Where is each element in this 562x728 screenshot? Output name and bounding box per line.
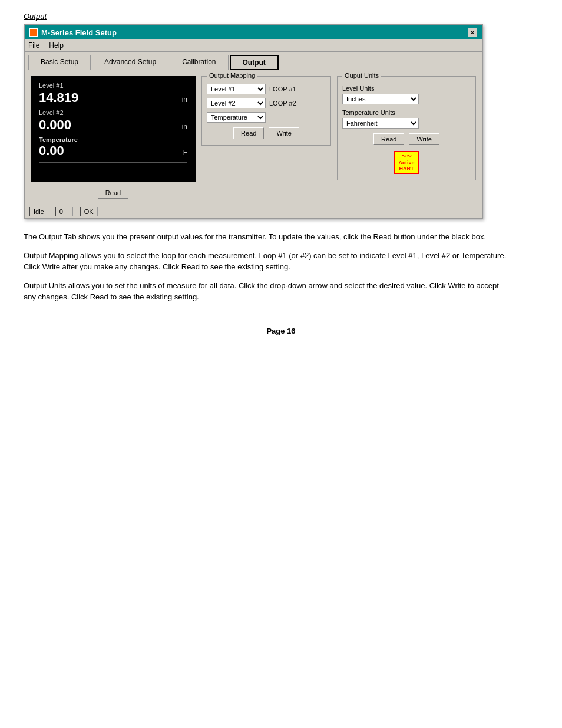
left-panel: Level #1 14.819 in Level #2 0.000 in Tem…	[31, 76, 196, 199]
title-bar-left: M-Series Field Setup	[29, 28, 117, 37]
level1-row: 14.819 in	[39, 90, 187, 106]
status-code: 0	[55, 207, 73, 216]
output-units-panel: Ouput Units Level Units Inches Feet Mete…	[337, 76, 476, 199]
units-write-button[interactable]: Write	[409, 133, 439, 145]
hart-label: Active	[398, 160, 414, 166]
read-btn-container: Read	[31, 187, 196, 199]
units-btn-row: Read Write	[342, 133, 471, 145]
section-label: Output	[24, 12, 538, 21]
measurement-read-button[interactable]: Read	[98, 187, 128, 199]
mapping-level2-select[interactable]: Level #2 Level #1 Temperature	[207, 98, 266, 108]
temp-units-select[interactable]: Fahrenheit Celsius	[342, 118, 419, 129]
temp-label: Temperature	[39, 136, 187, 143]
title-bar: M-Series Field Setup ×	[25, 25, 482, 39]
level2-unit: in	[182, 123, 187, 131]
menu-file[interactable]: File	[28, 41, 39, 50]
units-read-button[interactable]: Read	[373, 133, 404, 145]
mapping-temp-row: Temperature Level #1 Level #2	[207, 112, 326, 123]
mapping-temp-select[interactable]: Temperature Level #1 Level #2	[207, 112, 266, 123]
level1-value: 14.819	[39, 90, 78, 106]
hart-label2: HART	[398, 166, 414, 172]
tab-basic-setup[interactable]: Basic Setup	[28, 55, 91, 70]
loop1-label: LOOP #1	[269, 85, 296, 93]
content-area: Level #1 14.819 in Level #2 0.000 in Tem…	[25, 70, 482, 205]
output-mapping-group: Output Mapping Level #1 Level #2 Tempera…	[201, 76, 331, 146]
mapping-row-2: Level #2 Level #1 Temperature LOOP #2	[207, 98, 326, 108]
hart-wave-icon: 〜〜	[398, 153, 414, 160]
close-button[interactable]: ×	[468, 28, 477, 37]
tab-output[interactable]: Output	[230, 55, 279, 70]
level2-label: Level #2	[39, 109, 187, 116]
temp-value: 0.00	[39, 143, 64, 159]
hart-badge-container: 〜〜 Active HART	[342, 151, 471, 174]
temp-unit: F	[183, 149, 187, 157]
description-para-2: Output Mapping allows you to select the …	[24, 250, 507, 273]
mapping-row-1: Level #1 Level #2 Temperature LOOP #1	[207, 84, 326, 94]
status-bar: Idle 0 OK	[25, 205, 482, 218]
description-para-3: Output Units allows you to set the units…	[24, 280, 507, 303]
page-number: Page 16	[24, 327, 538, 335]
output-units-group: Ouput Units Level Units Inches Feet Mete…	[337, 76, 476, 180]
tab-bar: Basic Setup Advanced Setup Calibration O…	[25, 52, 482, 70]
temp-units-section: Temperature Units Fahrenheit Celsius	[342, 109, 471, 129]
divider	[39, 162, 187, 163]
level2-row: 0.000 in	[39, 117, 187, 133]
hart-badge[interactable]: 〜〜 Active HART	[394, 151, 419, 174]
description-para-1: The Output Tab shows you the present out…	[24, 231, 507, 243]
level-units-section: Level Units Inches Feet Meters Centimete…	[342, 85, 471, 104]
status-ok: OK	[80, 207, 98, 216]
level2-value: 0.000	[39, 117, 71, 133]
measurement-display: Level #1 14.819 in Level #2 0.000 in Tem…	[31, 76, 196, 182]
mapping-level1-select[interactable]: Level #1 Level #2 Temperature	[207, 84, 266, 94]
mapping-btn-row: Read Write	[207, 127, 326, 139]
menu-help[interactable]: Help	[49, 41, 64, 50]
temp-units-label: Temperature Units	[342, 109, 471, 116]
menu-bar: File Help	[25, 39, 482, 52]
application-window: M-Series Field Setup × File Help Basic S…	[24, 24, 483, 219]
output-mapping-title: Output Mapping	[207, 72, 257, 79]
temp-row: 0.00 F	[39, 143, 187, 159]
loop2-label: LOOP #2	[269, 100, 296, 107]
window-title: M-Series Field Setup	[41, 28, 117, 37]
app-icon	[29, 28, 38, 37]
mapping-read-button[interactable]: Read	[233, 127, 264, 139]
level1-unit: in	[182, 95, 187, 104]
output-units-title: Ouput Units	[342, 72, 381, 79]
status-text: Idle	[29, 207, 48, 216]
level-units-label: Level Units	[342, 85, 471, 92]
level-units-select[interactable]: Inches Feet Meters Centimeters	[342, 94, 419, 104]
level1-label: Level #1	[39, 82, 187, 89]
output-mapping-panel: Output Mapping Level #1 Level #2 Tempera…	[201, 76, 331, 199]
mapping-write-button[interactable]: Write	[269, 127, 299, 139]
tab-advanced-setup[interactable]: Advanced Setup	[92, 55, 168, 70]
description-section: The Output Tab shows you the present out…	[24, 231, 507, 303]
tab-calibration[interactable]: Calibration	[170, 55, 228, 70]
